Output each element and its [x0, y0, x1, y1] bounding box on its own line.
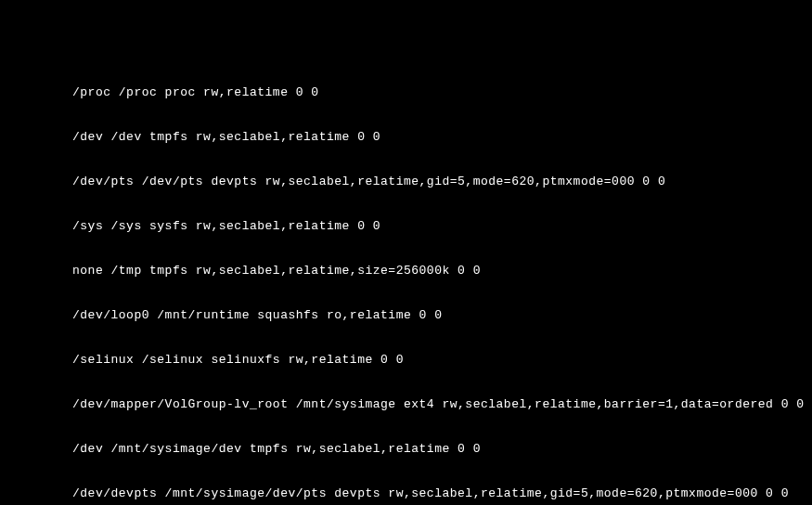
mount-line: /dev /dev tmpfs rw,seclabel,relatime 0 0 [72, 130, 812, 145]
mount-line: /proc /proc proc rw,relatime 0 0 [72, 85, 812, 100]
mount-line: /dev /mnt/sysimage/dev tmpfs rw,seclabel… [72, 442, 812, 457]
mount-line: none /tmp tmpfs rw,seclabel,relatime,siz… [72, 264, 812, 278]
terminal-output[interactable]: /proc /proc proc rw,relatime 0 0 /dev /d… [72, 56, 812, 505]
mount-line: /selinux /selinux selinuxfs rw,relatime … [72, 353, 812, 368]
mount-line: /sys /sys sysfs rw,seclabel,relatime 0 0 [72, 219, 812, 234]
mount-line: /dev/pts /dev/pts devpts rw,seclabel,rel… [72, 175, 812, 189]
mount-line: /dev/devpts /mnt/sysimage/dev/pts devpts… [72, 486, 812, 501]
mount-line: /dev/mapper/VolGroup-lv_root /mnt/sysima… [72, 397, 812, 412]
mount-line: /dev/loop0 /mnt/runtime squashfs ro,rela… [72, 308, 812, 323]
